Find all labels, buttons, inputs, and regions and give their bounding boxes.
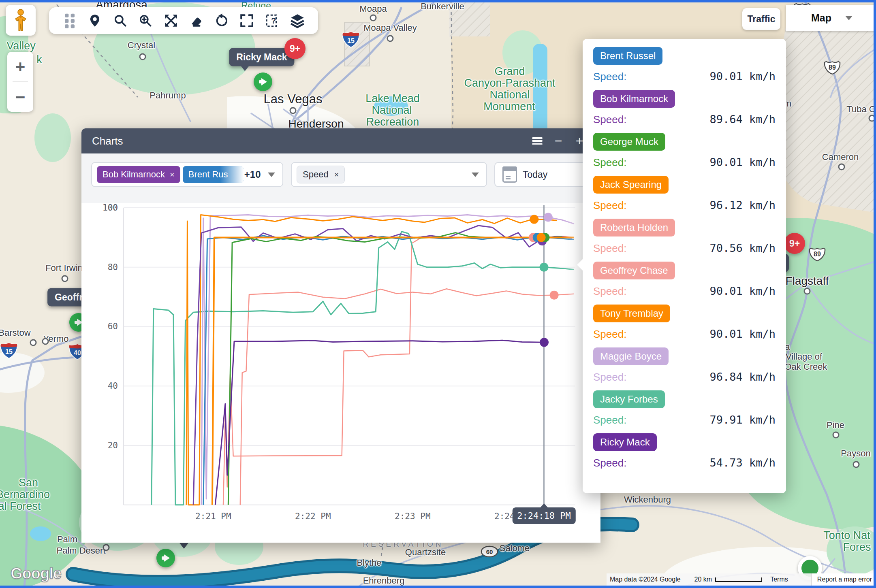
highway-shield-60: 60 [481, 545, 498, 559]
series-brent-russel [203, 236, 574, 505]
x-axis-tick: 2:21 PM [195, 511, 231, 521]
eraser-icon[interactable] [187, 12, 205, 30]
map-label: Quartzsite [405, 547, 446, 558]
attribution-bar: Map data ©2024 Google 20 km Terms Report… [607, 573, 876, 586]
map-label: Recreation [366, 116, 419, 128]
town-dot [838, 164, 845, 170]
scale-label: 20 km [694, 576, 712, 583]
zoom-in-area-icon[interactable] [137, 12, 154, 30]
date-filter-dropdown[interactable]: Today [494, 162, 593, 187]
speed-value: 90.01 km/h [709, 285, 776, 297]
series-jacky-forbes [152, 232, 574, 505]
driver-chip[interactable]: Maggie Boyce [593, 347, 669, 365]
map-label: Pahrump [150, 90, 186, 101]
map-style-label: Map [811, 12, 831, 24]
vehicle-marker[interactable] [156, 549, 175, 567]
driver-chip-label: Bob Kilmarnock [103, 169, 165, 180]
driver-speed-row: Speed:96.12 km/h [593, 199, 776, 212]
chevron-down-icon [845, 16, 852, 20]
highway-shield-89: 89 [824, 59, 841, 77]
map-label: Flagstaff [786, 275, 829, 288]
town-dot [370, 15, 377, 21]
select-area-icon[interactable]: ? [263, 12, 281, 30]
speed-value: 90.01 km/h [709, 156, 776, 168]
highway-shield-15: 15 [342, 31, 360, 50]
layers-icon[interactable] [288, 12, 306, 30]
driver-speed-row: Speed:90.01 km/h [593, 285, 776, 298]
driver-chip[interactable]: Bob Kilmarnock [593, 90, 675, 108]
driver-chip[interactable]: Ricky Mack [593, 433, 657, 451]
driver-chip-label: Brent Rus [188, 169, 228, 180]
undo-icon[interactable] [213, 12, 231, 30]
drag-handle-icon[interactable] [61, 12, 79, 30]
search-icon[interactable] [111, 12, 129, 30]
location-pin-icon[interactable] [86, 12, 104, 30]
vehicle-marker[interactable] [254, 72, 272, 91]
driver-chip[interactable]: Jack Spearing [593, 176, 669, 194]
driver-chip-brent[interactable]: Brent Rus [183, 166, 244, 183]
town-dot [103, 544, 110, 551]
map-label: Moapa [359, 4, 387, 14]
metric-filter-dropdown[interactable]: Speed × [291, 162, 487, 187]
minimize-icon[interactable]: − [548, 133, 569, 149]
driver-chip-bob[interactable]: Bob Kilmarnock × [97, 166, 180, 183]
speed-label: Speed: [593, 414, 626, 426]
driver-chip[interactable]: George Muck [593, 133, 665, 151]
town-dot [853, 461, 860, 468]
speed-chart[interactable]: 204060801001002:21 PM2:22 PM2:23 PM2:24 … [81, 203, 600, 543]
google-logo: Google [11, 565, 61, 582]
svg-text:89: 89 [814, 251, 821, 258]
speed-value: 96.84 km/h [709, 371, 776, 383]
driver-chip[interactable]: Roberta Holden [593, 219, 675, 236]
app-viewport: AmargosaRefugeValleykCrystalPahrumpLas V… [0, 0, 876, 588]
hidden-label-tail [179, 543, 188, 549]
map-label: Blythe [357, 558, 381, 568]
fullscreen-icon[interactable] [238, 12, 256, 30]
map-label: Bernardino [0, 488, 50, 501]
map-label: Fort Irwin [45, 263, 83, 273]
svg-text:40: 40 [74, 349, 81, 356]
map-label: National [489, 89, 530, 101]
town-dot [833, 432, 840, 439]
y-axis-tick: 20 [108, 441, 118, 450]
map-label: Village of [786, 352, 822, 362]
cluster-badge[interactable]: 9+ [284, 38, 306, 59]
remove-chip-icon[interactable]: × [170, 170, 175, 179]
map-label: Fores [843, 541, 871, 554]
driver-chip[interactable]: Jacky Forbes [593, 390, 665, 408]
cluster-badge[interactable]: 9+ [784, 233, 805, 254]
remove-chip-icon[interactable]: × [334, 170, 339, 179]
speed-label: Speed: [593, 285, 626, 298]
map-label: al Forest [0, 500, 41, 513]
map-style-dropdown[interactable]: Map [786, 5, 876, 31]
series-maggie-boyce [201, 215, 574, 505]
svg-text:60: 60 [486, 548, 493, 555]
map-label: k [36, 53, 42, 66]
map-label: Grand [494, 65, 525, 78]
zoom-in-button[interactable]: + [7, 52, 33, 81]
zoom-out-button[interactable]: − [7, 82, 33, 112]
driver-speed-row: Speed:79.91 km/h [593, 413, 776, 426]
series-george-muck [228, 233, 562, 505]
pegman-control[interactable] [6, 5, 36, 36]
town-dot [804, 288, 811, 295]
expand-arrows-icon[interactable] [162, 12, 180, 30]
report-map-error-link[interactable]: Report a map error [811, 573, 876, 586]
traffic-button[interactable]: Traffic [742, 8, 780, 30]
driver-chip[interactable]: Tony Tremblay [593, 305, 670, 322]
highway-shield-15: 15 [0, 342, 18, 361]
drivers-filter-dropdown[interactable]: Bob Kilmarnock × Brent Rus +10 [91, 162, 283, 187]
driver-chip[interactable]: Geoffrey Chase [593, 262, 675, 279]
map-label: Tuba C [846, 104, 875, 115]
speed-label: Speed: [593, 371, 626, 383]
terms-link[interactable]: Terms [770, 576, 788, 583]
metric-chip-speed[interactable]: Speed × [297, 166, 345, 183]
x-axis-tick: 2:22 PM [295, 511, 331, 521]
charts-filter-row: Bob Kilmarnock × Brent Rus +10 Speed × T… [81, 153, 600, 203]
menu-icon[interactable] [527, 133, 548, 149]
driver-speed-tooltip: Brent RusselSpeed:90.01 km/hBob Kilmarno… [583, 39, 786, 493]
driver-speed-row: Speed:90.01 km/h [593, 156, 776, 169]
speed-value: 90.01 km/h [709, 328, 776, 340]
charts-panel-header[interactable]: Charts − + [81, 128, 600, 153]
driver-chip[interactable]: Brent Russel [593, 47, 662, 65]
